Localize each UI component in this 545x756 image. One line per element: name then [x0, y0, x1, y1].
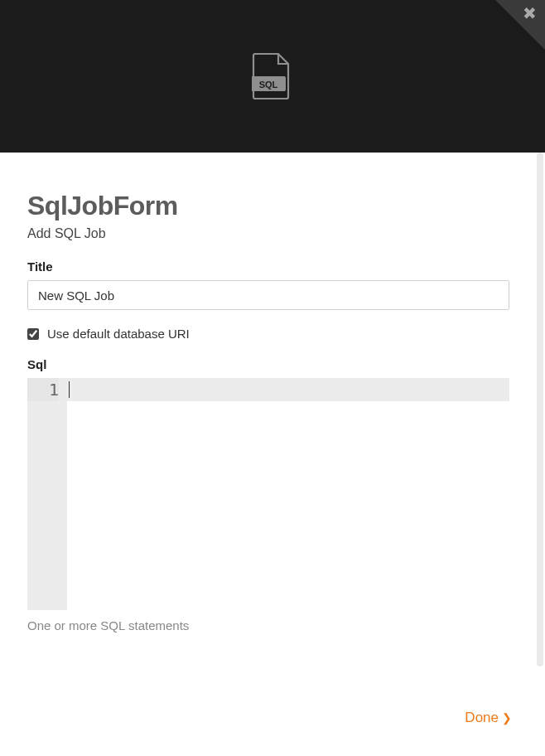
- editor-gutter: 1: [27, 378, 67, 610]
- chevron-right-icon: ❯: [502, 711, 512, 724]
- modal-header: SQL: [0, 0, 545, 153]
- sql-job-form-modal: ✖ SQL SqlJobForm Add SQL Job Title Use: [0, 0, 545, 756]
- sql-file-icon-label: SQL: [259, 80, 278, 90]
- modal-footer: Done ❯: [0, 686, 545, 756]
- corner-decoration: [495, 0, 545, 50]
- done-button-label: Done: [465, 710, 499, 726]
- editor-active-line: [67, 378, 509, 401]
- close-icon[interactable]: ✖: [523, 5, 537, 22]
- use-default-db-label: Use default database URI: [47, 327, 190, 341]
- modal-body: SqlJobForm Add SQL Job Title Use default…: [0, 153, 545, 756]
- page-title: SqlJobForm: [27, 191, 509, 221]
- title-field-label: Title: [27, 259, 509, 274]
- page-subtitle: Add SQL Job: [27, 226, 509, 241]
- scrollbar-thumb[interactable]: [537, 153, 543, 666]
- sql-field-label: Sql: [27, 357, 509, 371]
- scrollbar-track[interactable]: [537, 153, 545, 756]
- title-input[interactable]: [27, 280, 509, 310]
- line-number: 1: [49, 380, 59, 400]
- use-default-db-checkbox[interactable]: [27, 328, 39, 340]
- done-button[interactable]: Done ❯: [465, 710, 512, 726]
- sql-file-icon: SQL: [252, 52, 293, 100]
- editor-cursor: [69, 381, 70, 398]
- editor-codepane[interactable]: [67, 378, 509, 610]
- sql-editor[interactable]: 1: [27, 378, 509, 610]
- sql-hint: One or more SQL statements: [27, 618, 509, 632]
